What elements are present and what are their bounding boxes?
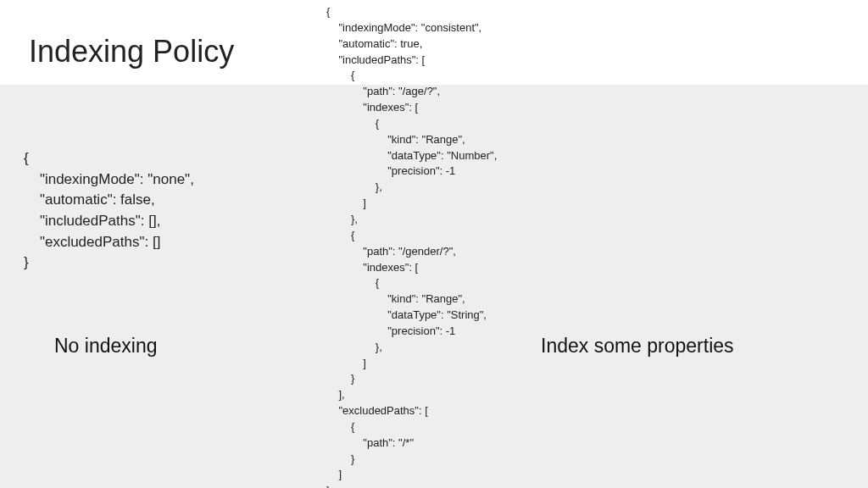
right-caption: Index some properties <box>541 335 734 358</box>
right-code-block: { "indexingMode": "consistent", "automat… <box>326 4 497 488</box>
body-area: { "indexingMode": "none", "automatic": f… <box>0 85 868 488</box>
left-caption: No indexing <box>54 335 157 358</box>
slide-title: Indexing Policy <box>29 34 234 69</box>
left-code-block: { "indexingMode": "none", "automatic": f… <box>24 148 194 274</box>
